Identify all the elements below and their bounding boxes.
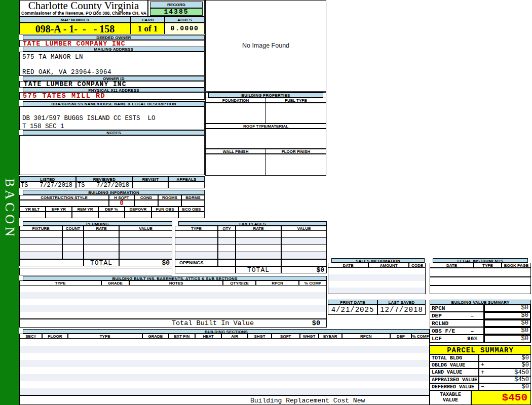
- roof-type-value: [205, 129, 326, 149]
- li-date-header: DATE: [430, 263, 474, 268]
- listed-label: LISTED: [19, 176, 76, 182]
- ps-row-value: +$450: [479, 369, 531, 376]
- fp-type-header: TYPE: [175, 226, 218, 231]
- reviewed-date: 7/27/2018: [96, 182, 129, 188]
- vs-row-label: RCLND: [430, 319, 484, 327]
- ps-row-value: $450: [479, 376, 531, 383]
- fp-openings-value: [281, 259, 327, 266]
- bs-floor-header: FLOOR: [42, 334, 67, 339]
- yrblt-value: [19, 212, 46, 218]
- hsqft-value: 0: [109, 200, 134, 207]
- vs-row-label: RPCN: [430, 304, 484, 312]
- bs-type-header: TYPE: [68, 334, 142, 339]
- ps-sign: +: [481, 369, 484, 376]
- cond-header: COND: [134, 195, 158, 200]
- table-row: [20, 360, 429, 367]
- ps-row-label: APPRAISED VALUE: [430, 376, 479, 383]
- vs-row-label: OBS F/E–: [430, 327, 484, 335]
- bi-type-header: TYPE: [19, 280, 101, 286]
- listed-value: TS7/27/2018: [19, 182, 76, 188]
- vs-row-label: DEP–: [430, 312, 484, 319]
- vs-sign: –: [462, 328, 482, 334]
- table-row: [430, 277, 531, 286]
- plumbing-total-label: TOTAL: [84, 259, 119, 266]
- card-label: CARD: [131, 17, 165, 23]
- hsqft-header: H SQFT: [109, 195, 134, 200]
- table-row: [328, 268, 425, 274]
- building-sections-headers: SEC# FLOOR TYPE GRADE EXT FIN HEAT AIR S…: [19, 334, 430, 339]
- rooms-value: [158, 200, 181, 207]
- table-row: [175, 252, 327, 259]
- table-row: [19, 245, 172, 252]
- table-row: [20, 353, 429, 360]
- funobs-value: [151, 212, 178, 218]
- taxable-value-label: TAXABLE VALUE: [430, 390, 471, 405]
- table-row: [20, 305, 326, 312]
- owner-id-label: OWNER ID: [23, 76, 205, 81]
- appeals-label: APPEALS: [168, 176, 205, 182]
- acres-label: ACRES: [165, 17, 205, 23]
- bs-grade-header: GRADE: [142, 334, 169, 339]
- fp-openings-label: OPENINGS: [175, 259, 218, 266]
- bdrms-header: BDRMS: [181, 195, 205, 200]
- deeded-owner-value: TATE LUMBER COMPANY INC: [19, 40, 205, 47]
- last-saved-label: LAST SAVED: [377, 300, 426, 305]
- property-record-card: BACON Charlotte County Virginia Commissi…: [0, 0, 532, 405]
- table-row: [175, 231, 327, 238]
- ecoobs-value: [178, 212, 205, 218]
- sales-title: SALES INFORMATION: [331, 258, 425, 263]
- fp-openings-qty: [218, 259, 236, 266]
- print-date-label: PRINT DATE: [328, 300, 377, 305]
- bs-eyear-header: EYEAR: [319, 334, 342, 339]
- reviewed-value: TS7/27/2018: [76, 182, 133, 188]
- table-row: [20, 367, 429, 374]
- building-sections-footer-row: Building Replacement Cost New: [19, 395, 430, 405]
- revisit-value: [133, 182, 168, 188]
- vs-row-value: $0: [484, 335, 531, 343]
- foundation-label: FOUNDATION: [205, 98, 266, 103]
- depovr-value: [125, 212, 151, 218]
- ps-row-label: DEFERRED VALUE: [430, 383, 479, 390]
- replacement-cost-label: Building Replacement Cost New: [250, 397, 365, 404]
- fp-total-label: TOTAL: [236, 266, 281, 273]
- bs-extfin-header: EXT FIN: [169, 334, 195, 339]
- table-row: [328, 288, 425, 293]
- listed-by: TS: [21, 182, 28, 188]
- sales-rows: [328, 268, 426, 294]
- built-ins-total-row: Total Built In Value $0: [19, 319, 327, 328]
- vs-row-value: $0: [484, 312, 531, 319]
- plumbing-total-spacer: [19, 259, 84, 266]
- fireplaces-rows: [175, 231, 327, 259]
- fp-total-spacer: [175, 266, 236, 273]
- bs-sqft-header: SQFT: [272, 334, 300, 339]
- wall-finish-label: WALL FINISH: [205, 149, 266, 154]
- reviewed-label: REVIEWED: [76, 176, 133, 182]
- owner-id-value: TATE LUMBER COMPANY INC: [19, 81, 205, 88]
- deeded-owner-label: DEEDED OWNER: [23, 35, 205, 40]
- sidebar-strip: BACON: [0, 0, 19, 405]
- plumbing-title: PLUMBING: [23, 221, 172, 226]
- depovr-header: DEPOVR: [125, 207, 151, 212]
- table-row: [430, 286, 531, 294]
- ecoobs-header: ECO OBS: [178, 207, 205, 212]
- cond-value: [134, 200, 158, 207]
- ps-row-label: TOTAL BLDG VALUE: [430, 354, 479, 361]
- wall-finish-value: [205, 154, 266, 176]
- dba-box: DB 301/597 BUGGS ISLAND CC ESTS LO T 158…: [19, 106, 205, 130]
- table-row: [20, 339, 429, 346]
- plumbing-rows: [19, 231, 172, 259]
- table-row: [20, 381, 429, 388]
- roof-type-label: ROOF TYPE/MATERIAL: [205, 124, 326, 129]
- bs-heat-header: HEAT: [195, 334, 221, 339]
- ps-sign: +: [481, 362, 484, 369]
- vs-row-value: $0: [484, 304, 531, 312]
- bi-qtysize-header: QTY/SIZE: [223, 280, 256, 286]
- taxable-value-amount: $450: [471, 390, 531, 405]
- ps-row-value: $0: [479, 354, 531, 361]
- table-row: [20, 299, 326, 305]
- remyr-value: [72, 212, 98, 218]
- table-row: [175, 245, 327, 252]
- dep-pct-header: DEP %: [98, 207, 125, 212]
- legal-instruments-title: LEGAL INSTRUMENTS: [433, 258, 528, 263]
- effyr-header: EFF YR: [46, 207, 72, 212]
